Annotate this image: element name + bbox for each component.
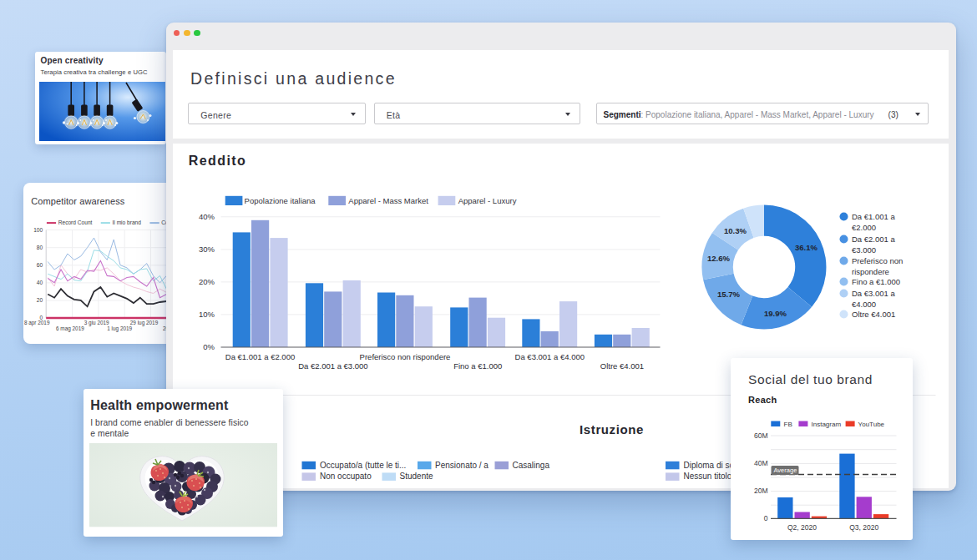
svg-text:6 mag 2019: 6 mag 2019 <box>56 325 84 332</box>
svg-text:Preferisco non: Preferisco non <box>852 256 903 265</box>
svg-text:Istruzione: Istruzione <box>580 422 644 436</box>
svg-text:Average: Average <box>774 467 797 474</box>
svg-text:80: 80 <box>37 245 43 250</box>
svg-text:0%: 0% <box>203 342 215 351</box>
svg-text:40M: 40M <box>754 459 768 467</box>
svg-text:Occupato/a (tutte le ti...: Occupato/a (tutte le ti... <box>320 460 406 469</box>
svg-text:Preferisco non rispondere: Preferisco non rispondere <box>359 351 450 361</box>
svg-text:Da €3.001 a €4.000: Da €3.001 a €4.000 <box>514 351 584 361</box>
svg-text:YouTube: YouTube <box>858 421 885 428</box>
svg-text:Popolazione italiana: Popolazione italiana <box>244 196 316 205</box>
svg-text:Fino a €1.000: Fino a €1.000 <box>453 361 502 370</box>
svg-text:30%: 30% <box>198 245 215 254</box>
svg-text:60M: 60M <box>754 431 768 440</box>
svg-text:12.6%: 12.6% <box>707 253 730 262</box>
svg-text:Il mio brand: Il mio brand <box>112 220 141 226</box>
svg-text:60: 60 <box>37 262 43 268</box>
svg-text:Q3, 2020: Q3, 2020 <box>849 523 878 532</box>
svg-text:19.9%: 19.9% <box>764 308 787 317</box>
svg-text:Da €3.001 a: Da €3.001 a <box>852 289 895 298</box>
svg-text:Non occupato: Non occupato <box>320 472 372 481</box>
svg-text:Reach: Reach <box>748 395 777 405</box>
svg-text:Oltre €4.001: Oltre €4.001 <box>600 361 643 370</box>
svg-text:FB: FB <box>784 421 792 428</box>
svg-text:Fino a €1.000: Fino a €1.000 <box>852 277 900 286</box>
svg-text:Da €1.001 a €2.000: Da €1.001 a €2.000 <box>225 351 294 361</box>
svg-text:€2.000: €2.000 <box>852 222 876 231</box>
svg-text:€3.000: €3.000 <box>852 245 876 254</box>
svg-text:Casalinga: Casalinga <box>512 460 549 469</box>
svg-text:Nessun titolo: Nessun titolo <box>683 472 731 481</box>
svg-text:15.7%: 15.7% <box>717 289 740 298</box>
svg-text:Reddito: Reddito <box>188 154 246 168</box>
svg-text:1 lug 2019: 1 lug 2019 <box>107 325 132 332</box>
svg-text:40%: 40% <box>198 212 215 221</box>
svg-text:Apparel - Luxury: Apparel - Luxury <box>458 196 516 205</box>
svg-text:3 giu 2019: 3 giu 2019 <box>84 320 109 327</box>
svg-text:rispondere: rispondere <box>852 266 889 275</box>
svg-text:Pensionato / a: Pensionato / a <box>435 460 488 469</box>
svg-text:20M: 20M <box>754 487 768 495</box>
svg-text:100: 100 <box>33 227 43 233</box>
svg-text:Da €2.001 a €3.000: Da €2.001 a €3.000 <box>298 361 367 370</box>
svg-text:Studente: Studente <box>399 472 433 481</box>
svg-text:Social del tuo brand: Social del tuo brand <box>748 372 873 386</box>
svg-text:Record Count: Record Count <box>58 220 92 226</box>
svg-text:40: 40 <box>37 280 43 286</box>
svg-text:0: 0 <box>764 514 768 522</box>
svg-text:10%: 10% <box>198 310 215 319</box>
svg-text:36.1%: 36.1% <box>795 242 818 251</box>
svg-text:20%: 20% <box>198 277 215 286</box>
svg-text:Oltre €4.001: Oltre €4.001 <box>852 310 895 319</box>
svg-text:Da €1.001 a: Da €1.001 a <box>852 212 895 221</box>
svg-text:8 apr 2019: 8 apr 2019 <box>24 320 50 327</box>
svg-text:Da €2.001 a: Da €2.001 a <box>852 235 895 244</box>
svg-text:10.3%: 10.3% <box>724 225 747 235</box>
svg-text:29 lug 2019: 29 lug 2019 <box>130 320 159 327</box>
svg-text:Instagram: Instagram <box>812 421 842 428</box>
svg-text:20: 20 <box>37 298 43 304</box>
svg-text:Apparel - Mass Market: Apparel - Mass Market <box>348 196 428 205</box>
svg-text:Q2, 2020: Q2, 2020 <box>787 523 817 532</box>
svg-text:€4.000: €4.000 <box>852 299 876 308</box>
